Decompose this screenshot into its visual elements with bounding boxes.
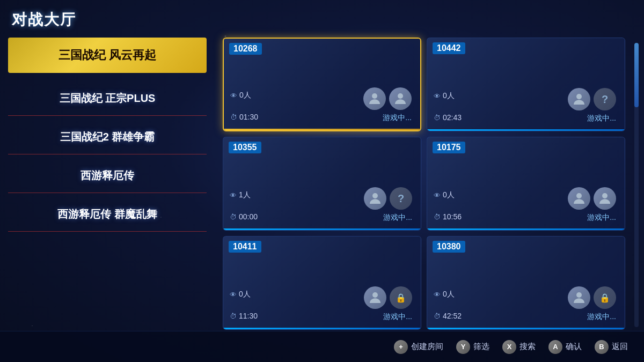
confirm-label: 确认 bbox=[566, 342, 582, 352]
svg-point-4 bbox=[576, 193, 582, 198]
room-players-2: ? 游戏中... bbox=[568, 43, 618, 125]
room-status-1: 游戏中... bbox=[383, 113, 412, 123]
player-avatars-6: 🔒 bbox=[568, 286, 616, 309]
room-players-1: 游戏中... bbox=[363, 44, 414, 125]
room-card-6[interactable]: 10380 👁 0人 ⏱ 42:52 bbox=[427, 236, 625, 330]
bottom-bar: + 创建房间 Y 筛选 X 搜索 A 确认 B 返回 bbox=[0, 331, 644, 362]
room-status-5: 游戏中... bbox=[383, 312, 412, 322]
player2-avatar-3: ? bbox=[390, 187, 412, 210]
room-status-4: 游戏中... bbox=[587, 213, 616, 223]
room-card-5[interactable]: 10411 👁 0人 ⏱ 11:30 bbox=[223, 236, 421, 330]
svg-point-3 bbox=[372, 193, 378, 198]
player-avatars-1 bbox=[363, 87, 412, 110]
sidebar-item-label-1: 三国战纪 风云再起 bbox=[58, 47, 156, 63]
player2-avatar-5: 🔒 bbox=[390, 286, 412, 309]
create-room-label: 创建房间 bbox=[411, 342, 443, 352]
sidebar-item-3[interactable]: 三国战纪2 群雄争霸 bbox=[8, 120, 207, 154]
clock-icon-1: ⏱ bbox=[230, 113, 237, 121]
y-button[interactable]: Y bbox=[456, 340, 470, 354]
clock-icon-4: ⏱ bbox=[434, 213, 441, 221]
room-status-6: 游戏中... bbox=[587, 312, 616, 322]
sidebar-item-label-5: 西游释厄传 群魔乱舞 bbox=[57, 207, 157, 221]
scrollbar-track[interactable] bbox=[634, 43, 639, 327]
sidebar: 三国战纪 风云再起 三国战纪 正宗PLUS 三国战纪2 群雄争霸 西游释厄传 西… bbox=[0, 38, 215, 330]
player2-avatar-4 bbox=[594, 187, 616, 210]
player2-avatar-2: ? bbox=[594, 88, 616, 110]
svg-point-2 bbox=[576, 94, 582, 99]
eye-icon-2: 👁 bbox=[434, 92, 441, 100]
player1-avatar-6 bbox=[568, 286, 590, 309]
room-players-3: ? 游戏中... bbox=[364, 143, 414, 225]
room-time-4: ⏱ 10:56 bbox=[434, 212, 568, 221]
b-button[interactable]: B bbox=[595, 340, 609, 354]
room-time-2: ⏱ 02:43 bbox=[434, 113, 568, 122]
filter-label: 筛选 bbox=[473, 342, 489, 352]
page-title: 对战大厅 bbox=[12, 10, 76, 30]
main-content: 10268 👁 0人 ⏱ 01:30 bbox=[223, 38, 625, 330]
room-viewers-6: 👁 0人 bbox=[434, 290, 568, 299]
player-avatars-4 bbox=[568, 187, 616, 210]
svg-point-7 bbox=[576, 292, 582, 298]
sidebar-item-1[interactable]: 三国战纪 风云再起 bbox=[8, 38, 207, 73]
back-action[interactable]: B 返回 bbox=[595, 340, 628, 354]
player1-avatar-4 bbox=[568, 187, 590, 210]
room-viewers-3: 👁 1人 bbox=[230, 190, 364, 200]
room-card-1[interactable]: 10268 👁 0人 ⏱ 01:30 bbox=[223, 38, 421, 131]
sidebar-item-label-3: 三国战纪2 群雄争霸 bbox=[60, 130, 155, 144]
plus-button[interactable]: + bbox=[394, 340, 408, 354]
clock-icon-2: ⏱ bbox=[434, 114, 441, 122]
x-button[interactable]: X bbox=[502, 340, 516, 354]
sidebar-item-5[interactable]: 西游释厄传 群魔乱舞 bbox=[8, 197, 207, 232]
room-card-3[interactable]: 10355 👁 1人 ⏱ 00:00 bbox=[223, 137, 421, 231]
search-label: 搜索 bbox=[519, 342, 536, 352]
scrollbar-thumb[interactable] bbox=[634, 43, 639, 107]
clock-icon-3: ⏱ bbox=[230, 213, 237, 221]
player2-avatar-1 bbox=[389, 87, 412, 110]
player1-avatar-1 bbox=[363, 87, 386, 110]
svg-point-1 bbox=[398, 93, 403, 99]
back-label: 返回 bbox=[612, 342, 628, 352]
room-grid: 10268 👁 0人 ⏱ 01:30 bbox=[223, 38, 625, 330]
room-time-1: ⏱ 01:30 bbox=[230, 113, 363, 121]
player1-avatar-2 bbox=[568, 88, 590, 110]
a-button[interactable]: A bbox=[548, 340, 562, 354]
sidebar-item-4[interactable]: 西游释厄传 bbox=[8, 159, 207, 193]
svg-point-0 bbox=[372, 93, 377, 99]
room-players-6: 🔒 游戏中... bbox=[568, 242, 618, 324]
player2-avatar-6: 🔒 bbox=[594, 286, 616, 309]
svg-point-6 bbox=[372, 292, 378, 298]
sidebar-item-label-2: 三国战纪 正宗PLUS bbox=[60, 91, 156, 106]
room-status-3: 游戏中... bbox=[383, 213, 412, 223]
eye-icon-5: 👁 bbox=[230, 291, 237, 299]
eye-icon-6: 👁 bbox=[434, 291, 441, 299]
room-viewers-5: 👁 0人 bbox=[230, 290, 364, 299]
room-players-5: 🔒 游戏中... bbox=[364, 242, 414, 324]
eye-icon-1: 👁 bbox=[230, 92, 237, 100]
room-time-3: ⏱ 00:00 bbox=[230, 212, 364, 221]
svg-point-5 bbox=[602, 193, 608, 198]
room-players-4: 游戏中... bbox=[568, 143, 618, 225]
confirm-action[interactable]: A 确认 bbox=[548, 340, 582, 354]
clock-icon-6: ⏱ bbox=[434, 312, 441, 320]
room-card-2[interactable]: 10442 👁 0人 ⏱ 02:43 bbox=[427, 38, 625, 131]
player-avatars-3: ? bbox=[364, 187, 412, 210]
eye-icon-3: 👁 bbox=[230, 191, 237, 200]
room-time-6: ⏱ 42:52 bbox=[434, 312, 568, 320]
filter-action[interactable]: Y 筛选 bbox=[456, 340, 489, 354]
sidebar-item-2[interactable]: 三国战纪 正宗PLUS bbox=[8, 82, 207, 116]
create-room-action[interactable]: + 创建房间 bbox=[394, 340, 443, 354]
room-viewers-1: 👁 0人 bbox=[230, 91, 363, 100]
room-time-5: ⏱ 11:30 bbox=[230, 312, 364, 320]
search-action[interactable]: X 搜索 bbox=[502, 340, 536, 354]
player1-avatar-3 bbox=[364, 187, 386, 210]
player-avatars-2: ? bbox=[568, 88, 616, 110]
room-card-4[interactable]: 10175 👁 0人 ⏱ 10:56 bbox=[427, 137, 625, 231]
clock-icon-5: ⏱ bbox=[230, 312, 237, 320]
room-viewers-4: 👁 0人 bbox=[434, 190, 568, 200]
room-status-2: 游戏中... bbox=[587, 114, 616, 123]
player-avatars-5: 🔒 bbox=[364, 286, 412, 309]
sidebar-item-label-4: 西游释厄传 bbox=[80, 168, 134, 183]
eye-icon-4: 👁 bbox=[434, 191, 441, 200]
room-viewers-2: 👁 0人 bbox=[434, 91, 568, 101]
player1-avatar-5 bbox=[364, 286, 386, 309]
